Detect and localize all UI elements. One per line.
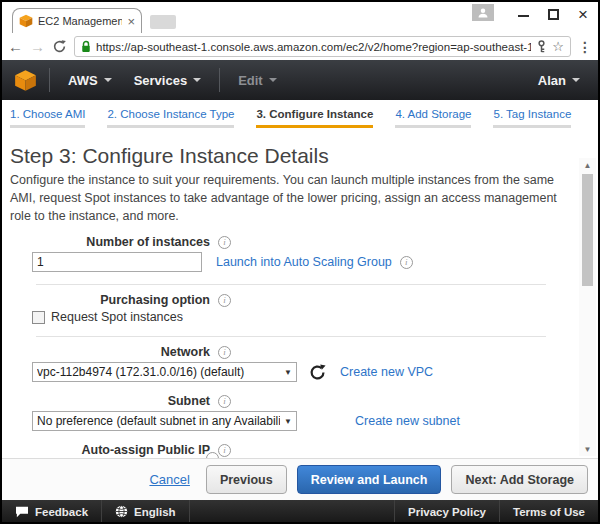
section-divider [36, 284, 546, 285]
speech-bubble-icon [15, 506, 29, 518]
navbar-divider [49, 68, 50, 92]
tab-choose-instance-type[interactable]: 2. Choose Instance Type [107, 108, 234, 128]
create-new-subnet-link[interactable]: Create new subnet [355, 414, 460, 428]
scrollbar-thumb[interactable] [582, 174, 593, 286]
aws-navbar: AWS Services Edit Alan [2, 60, 598, 100]
auto-assign-public-ip-label: Auto-assign Public IP [10, 443, 210, 457]
maximize-icon [548, 9, 559, 20]
previous-button[interactable]: Previous [206, 465, 287, 494]
cancel-link[interactable]: Cancel [149, 472, 189, 487]
section-divider [36, 336, 546, 337]
info-icon[interactable]: i [218, 346, 231, 359]
wizard-action-bar: Cancel Previous Review and Launch Next: … [2, 458, 598, 500]
privacy-policy-link[interactable]: Privacy Policy [394, 500, 499, 523]
tab-add-storage[interactable]: 4. Add Storage [395, 108, 471, 128]
console-footer: Feedback English Privacy Policy Terms of… [2, 500, 598, 523]
window-minimize-button[interactable] [508, 2, 538, 26]
browser-profile-button[interactable] [472, 4, 494, 21]
person-icon [477, 7, 489, 19]
navbar-divider [219, 68, 220, 92]
network-select[interactable]: vpc-112b4974 (172.31.0.0/16) (default) ▼ [32, 362, 297, 382]
nav-menu-aws[interactable]: AWS [62, 73, 118, 88]
browser-urlbar: ← → https://ap-southeast-1.console.aws.a… [2, 33, 598, 60]
window-close-button[interactable]: × [568, 2, 598, 26]
number-of-instances-input[interactable] [32, 252, 202, 272]
minimize-icon [518, 15, 529, 17]
chevron-down-icon [104, 78, 112, 82]
chevron-down-icon [572, 78, 580, 82]
nav-user-label: Alan [538, 73, 566, 88]
nav-menu-user[interactable]: Alan [532, 73, 586, 88]
globe-icon [115, 505, 128, 518]
aws-logo-icon [14, 69, 37, 92]
vertical-scrollbar[interactable]: ▲ ▼ [579, 158, 596, 456]
subnet-select-value: No preference (default subnet in any Ava… [37, 414, 280, 428]
tab-configure-instance[interactable]: 3. Configure Instance [256, 108, 373, 128]
info-icon[interactable]: i [218, 294, 231, 307]
new-tab-button[interactable] [150, 15, 176, 29]
bookmark-star-icon[interactable]: ☆ [552, 39, 564, 54]
subnet-select[interactable]: No preference (default subnet in any Ava… [32, 411, 297, 431]
chevron-down-icon [269, 78, 277, 82]
browser-menu-icon[interactable]: ⋮ [578, 39, 592, 55]
main-content: Step 3: Configure Instance Details Confi… [2, 138, 598, 458]
tab-choose-ami[interactable]: 1. Choose AMI [10, 108, 85, 128]
info-icon[interactable]: i [218, 395, 231, 408]
number-of-instances-label: Number of instances [10, 235, 210, 249]
chevron-down-icon [193, 78, 201, 82]
page-description: Configure the instance to suit your requ… [10, 171, 558, 225]
auto-scaling-group-link[interactable]: Launch into Auto Scaling Group [216, 255, 392, 269]
select-caret-icon: ▼ [284, 368, 292, 377]
info-icon[interactable]: i [218, 236, 231, 249]
nav-menu-services[interactable]: Services [128, 73, 208, 88]
browser-tab[interactable]: EC2 Management Conso × [12, 8, 142, 33]
request-spot-instances-label: Request Spot instances [51, 310, 183, 324]
review-and-launch-button[interactable]: Review and Launch [297, 465, 442, 494]
reload-button[interactable] [52, 39, 67, 54]
wizard-step-tabs: 1. Choose AMI 2. Choose Instance Type 3.… [2, 100, 598, 138]
tab-title: EC2 Management Conso [38, 15, 122, 27]
https-lock-icon [81, 40, 91, 53]
nav-aws-label: AWS [68, 73, 98, 88]
nav-services-label: Services [134, 73, 188, 88]
url-text: https://ap-southeast-1.console.aws.amazo… [96, 41, 531, 53]
network-select-value: vpc-112b4974 (172.31.0.0/16) (default) [37, 365, 280, 379]
tab-tag-instance[interactable]: 5. Tag Instance [493, 108, 571, 128]
refresh-vpc-icon[interactable] [309, 364, 326, 381]
request-spot-instances-checkbox[interactable] [32, 311, 45, 324]
next-add-storage-button[interactable]: Next: Add Storage [451, 465, 588, 494]
page-title: Step 3: Configure Instance Details [10, 144, 572, 168]
scroll-up-icon[interactable]: ▲ [579, 158, 596, 172]
terms-of-use-link[interactable]: Terms of Use [499, 500, 598, 523]
browser-titlebar: EC2 Management Conso × × [2, 2, 598, 33]
scroll-down-icon[interactable]: ▼ [579, 442, 596, 456]
aws-favicon-icon [19, 14, 33, 28]
back-button[interactable]: ← [8, 39, 23, 54]
nav-edit-label: Edit [238, 73, 263, 88]
purchasing-option-label: Purchasing option [10, 293, 210, 307]
window-maximize-button[interactable] [538, 2, 568, 26]
feedback-button[interactable]: Feedback [2, 500, 102, 523]
info-icon[interactable]: i [218, 444, 231, 457]
create-new-vpc-link[interactable]: Create new VPC [340, 365, 433, 379]
info-icon[interactable]: i [400, 256, 413, 269]
network-label: Network [10, 345, 210, 359]
nav-menu-edit[interactable]: Edit [232, 73, 283, 88]
tab-close-icon[interactable]: × [127, 15, 135, 28]
language-button[interactable]: English [102, 500, 190, 523]
close-icon: × [578, 6, 588, 23]
forward-button[interactable]: → [30, 39, 45, 54]
subnet-label: Subnet [10, 394, 210, 408]
feedback-label: Feedback [35, 506, 88, 518]
select-caret-icon: ▼ [284, 417, 292, 426]
language-label: English [134, 506, 176, 518]
address-bar[interactable]: https://ap-southeast-1.console.aws.amazo… [74, 36, 571, 57]
password-key-icon[interactable] [536, 40, 547, 53]
